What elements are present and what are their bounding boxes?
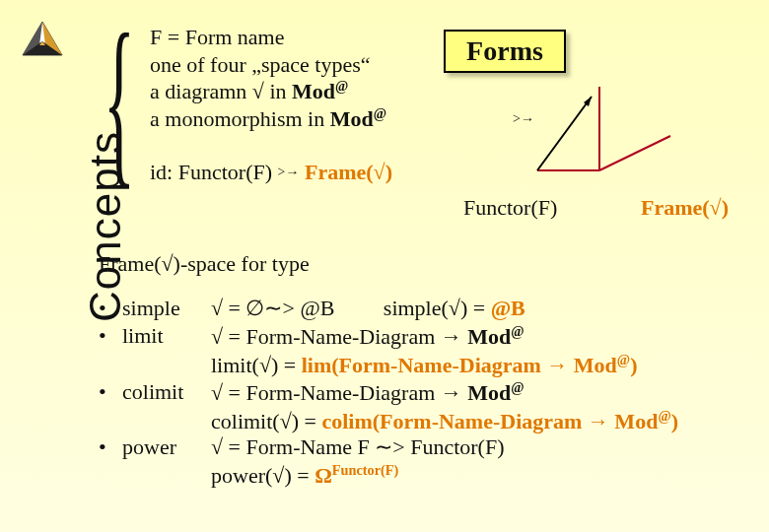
limit-def-a: √ = Form-Name-Diagram → <box>211 324 467 349</box>
limit2-b: lim(Form-Name-Diagram → Mod <box>302 354 617 378</box>
frame-type-line: Frame(√)-space for type <box>99 251 310 277</box>
simple-def-a: √ = ∅∼> @B <box>211 296 334 320</box>
bullet-def: √ = Form-Name-Diagram → Mod@ <box>211 379 749 406</box>
limit-line-2: limit(√) = lim(Form-Name-Diagram → Mod@) <box>99 352 749 378</box>
logo-icon <box>18 18 67 67</box>
def-line-4-mod: Mod <box>330 106 374 131</box>
bullet-power: • power √ = Form-Name F ∼> Functor(F) <box>99 434 749 460</box>
def-line-3a: a diagramn √ in <box>150 79 292 103</box>
power2-a: power(√) = <box>211 464 315 489</box>
def-line-4-sup: @ <box>374 105 386 121</box>
def-line-2: one of four „space types“ <box>150 51 386 79</box>
bullet-simple: • simple √ = ∅∼> @B simple(√) = @B <box>99 296 749 321</box>
svg-line-8 <box>537 97 592 170</box>
bullet-dot-icon: • <box>99 323 122 349</box>
bullet-dot-icon: • <box>99 379 122 405</box>
bullet-def: √ = Form-Name-Diagram → Mod@ <box>211 323 749 350</box>
bullet-kind: limit <box>122 323 211 349</box>
def-line-4a: a monomorphism in <box>150 106 330 131</box>
colimit2-d: ) <box>671 409 678 433</box>
colimit-def-mod: Mod <box>467 380 511 405</box>
colimit-def-sup: @ <box>511 379 524 395</box>
colimit-def-a: √ = Form-Name-Diagram → <box>211 380 467 405</box>
def-line-1: F = Form name <box>150 24 386 51</box>
power-line-2: power(√) = ΩFunctor(F) <box>99 462 749 489</box>
bullet-dot-icon: • <box>99 434 122 460</box>
bullet-dot-icon: • <box>99 296 122 321</box>
colimit2-b: colim(Form-Name-Diagram → Mod <box>321 409 658 433</box>
bullet-kind: colimit <box>122 379 211 405</box>
arrow-diagram: >→ <box>523 77 680 191</box>
forms-title-box: Forms <box>444 30 566 73</box>
bullet-kind: power <box>122 434 211 460</box>
simple-def-c: @B <box>491 296 525 320</box>
limit-def-sup: @ <box>511 323 524 339</box>
id-prefix: id: Functor(F) <box>150 160 278 184</box>
simple-def-b: simple(√) = <box>384 296 491 320</box>
def-line-3: a diagramn √ in Mod@ <box>150 78 386 105</box>
bullet-colimit: • colimit √ = Form-Name-Diagram → Mod@ <box>99 379 749 406</box>
svg-line-7 <box>599 136 670 170</box>
colimit-line-2: colimit(√) = colim(Form-Name-Diagram → M… <box>99 408 749 434</box>
def-line-3-mod: Mod <box>292 79 335 103</box>
limit-def-mod: Mod <box>467 324 511 349</box>
def-line-3-sup: @ <box>335 78 348 94</box>
bullet-limit: • limit √ = Form-Name-Diagram → Mod@ <box>99 323 749 350</box>
slide: Concepts { F = Form name one of four „sp… <box>0 0 769 532</box>
frame-label: Frame(√) <box>641 195 729 221</box>
power2-sup: Functor(F) <box>332 462 399 478</box>
bullet-kind: simple <box>122 296 211 321</box>
functor-label: Functor(F) <box>463 195 557 221</box>
power-def-a: √ = Form-Name F ∼> Functor(F) <box>211 434 504 459</box>
def-line-4: a monomorphism in Mod@ <box>150 105 386 133</box>
colimit2-sup: @ <box>658 408 670 424</box>
limit2-d: ) <box>630 354 637 378</box>
definition-block: F = Form name one of four „space types“ … <box>150 24 386 133</box>
bullet-def: √ = Form-Name F ∼> Functor(F) <box>211 434 749 460</box>
diagram-arrow-label: >→ <box>513 111 534 127</box>
bullet-list: • simple √ = ∅∼> @B simple(√) = @B • lim… <box>99 296 749 490</box>
colimit2-a: colimit(√) = <box>211 409 321 433</box>
power2-omega: Ω <box>315 464 332 489</box>
limit2-sup: @ <box>617 352 630 367</box>
id-line: id: Functor(F) >→ Frame(√) <box>150 160 392 185</box>
bullet-def: √ = ∅∼> @B simple(√) = @B <box>211 296 749 321</box>
id-arrow-icon: >→ <box>278 165 300 179</box>
brace-icon: { <box>104 30 135 170</box>
id-frame: Frame(√) <box>299 160 392 184</box>
limit2-a: limit(√) = <box>211 354 302 378</box>
